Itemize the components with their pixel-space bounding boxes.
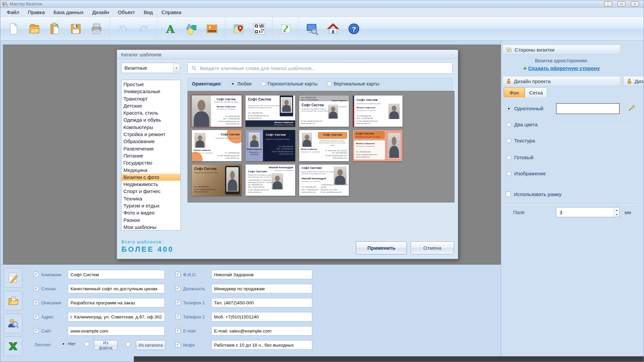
field-checkbox[interactable]: [175, 272, 180, 277]
close-button[interactable]: [631, 1, 639, 6]
logo-from-file-radio[interactable]: [85, 342, 89, 347]
edit-data-button[interactable]: [4, 268, 22, 288]
add-text-button[interactable]: A: [160, 18, 181, 39]
background-option-5[interactable]: Изображение: [506, 171, 546, 176]
template-card[interactable]: Николай Александров Менеджер по продажам…: [246, 165, 295, 196]
orientation-option[interactable]: Любая: [230, 81, 252, 86]
field-input-Телефон 2[interactable]: [211, 312, 312, 321]
category-item[interactable]: Фото и видео: [121, 209, 180, 216]
logo-from-catalog-button[interactable]: Из каталога: [136, 340, 165, 350]
category-item[interactable]: Красота, стиль: [121, 109, 180, 116]
category-item[interactable]: Спорт и фитнес: [121, 188, 180, 195]
add-qr-code-button[interactable]: [249, 18, 270, 39]
field-input-Компания[interactable]: [68, 270, 165, 279]
orientation-option[interactable]: Горизонтальные карты: [261, 81, 318, 86]
new-document-button[interactable]: [3, 18, 24, 39]
tab-background[interactable]: Фон: [504, 87, 525, 98]
add-shape-button[interactable]: [181, 18, 202, 39]
logo-from-catalog-radio[interactable]: [126, 342, 130, 347]
category-item[interactable]: Транспорт: [121, 95, 180, 102]
template-card[interactable]: Софт Систем Разработка программ на заказ…: [192, 130, 241, 161]
cancel-button[interactable]: Отмена: [411, 241, 454, 254]
menu-item-Файл[interactable]: Файл: [2, 8, 23, 16]
create-back-side-link[interactable]: Создать оборотную сторону: [528, 65, 600, 71]
template-card[interactable]: Михаил Сафронов Менеджер по продажам Соф…: [246, 130, 295, 161]
field-checkbox[interactable]: [175, 300, 180, 305]
logo-none-option[interactable]: Нет: [61, 341, 75, 346]
menu-item-База данных[interactable]: База данных: [49, 8, 88, 16]
category-item[interactable]: Мои шаблоны: [121, 224, 180, 231]
category-item[interactable]: Простые: [121, 81, 180, 88]
field-input-E-mail[interactable]: [211, 326, 312, 336]
menu-item-Дизайн[interactable]: Дизайн: [88, 8, 113, 16]
template-card[interactable]: Софт Систем Качественный софт по доступн…: [246, 96, 295, 127]
field-input-Описание[interactable]: [68, 298, 165, 307]
spinner-up-button[interactable]: ▲: [614, 207, 620, 212]
field-checkbox[interactable]: [34, 300, 39, 305]
field-input-Должность[interactable]: [211, 284, 312, 293]
field-checkbox[interactable]: [175, 314, 180, 319]
background-option-2[interactable]: Два цвета: [506, 122, 538, 127]
category-item[interactable]: Визитки с фото: [121, 174, 180, 181]
print-button[interactable]: [86, 18, 107, 39]
use-frame-option[interactable]: Использовать рамку: [506, 191, 561, 197]
field-checkbox[interactable]: [34, 286, 39, 291]
category-item[interactable]: Медицина: [121, 167, 180, 174]
template-type-dropdown[interactable]: Визитные ▾: [121, 63, 181, 73]
category-item[interactable]: Недвижимость: [121, 181, 180, 188]
open-folder-button[interactable]: [24, 18, 45, 39]
save-button[interactable]: [65, 18, 86, 39]
catalog-button[interactable]: [4, 291, 22, 310]
category-item[interactable]: Образование: [121, 138, 180, 145]
spinner-down-button[interactable]: ▼: [614, 212, 620, 217]
apply-button[interactable]: Применить: [356, 241, 407, 254]
template-card[interactable]: Софт Системс Качественный софт по доступ…: [299, 165, 349, 196]
field-checkbox[interactable]: [175, 342, 180, 347]
category-item[interactable]: Туризм и отдых: [121, 202, 180, 209]
background-color-swatch[interactable]: [556, 103, 620, 114]
field-input-Слоган[interactable]: [68, 284, 165, 293]
category-item[interactable]: Детские: [121, 102, 180, 109]
search-input[interactable]: [199, 65, 452, 71]
template-card[interactable]: Софт Систем Разработка программ на заказ…: [353, 130, 402, 161]
background-option-4[interactable]: Готовый: [506, 155, 533, 160]
field-checkbox[interactable]: [34, 314, 39, 319]
eyedropper-button[interactable]: [628, 104, 635, 112]
template-card[interactable]: Михаил Сафронов Менеджер по продажам Соф…: [299, 130, 349, 161]
template-card[interactable]: Софт Систем Разработка программ на заказ…: [353, 96, 402, 127]
find-person-button[interactable]: [4, 314, 22, 333]
category-item[interactable]: Компьютеры: [121, 124, 180, 131]
category-item[interactable]: Одежда и обувь: [121, 116, 180, 123]
orientation-option[interactable]: Вертикальные карты: [327, 81, 379, 86]
field-input-Ф.И.О.[interactable]: [211, 270, 312, 279]
category-item[interactable]: Развлечения: [121, 145, 180, 152]
background-option-3[interactable]: Текстура: [506, 138, 535, 143]
undo-button[interactable]: [113, 18, 133, 39]
add-image-button[interactable]: [202, 18, 222, 39]
field-input-Сайт[interactable]: [68, 326, 165, 336]
menu-item-Правка[interactable]: Правка: [23, 8, 49, 16]
template-card[interactable]: Софт Систем Разработка программ на заказ…: [192, 165, 241, 196]
category-item[interactable]: Универсальные: [121, 88, 180, 95]
template-card[interactable]: Софт СистемРазработка программ на заказ …: [192, 96, 241, 127]
category-item[interactable]: Разное: [121, 217, 180, 224]
help-button[interactable]: ?: [343, 18, 364, 39]
category-item[interactable]: Государство: [121, 159, 180, 166]
menu-item-Вид[interactable]: Вид: [139, 8, 157, 16]
tab-grid[interactable]: Сетка: [525, 87, 547, 98]
add-map-button[interactable]: [228, 18, 249, 39]
preview-button[interactable]: [302, 18, 323, 39]
field-checkbox[interactable]: [175, 286, 180, 291]
minimize-button[interactable]: [604, 1, 612, 6]
transform-button[interactable]: [275, 18, 296, 39]
category-item[interactable]: Питание: [121, 152, 180, 159]
field-input-Инфо[interactable]: [211, 340, 312, 350]
menu-item-Справка[interactable]: Справка: [157, 8, 186, 16]
redo-button[interactable]: [133, 18, 154, 39]
field-input-Адрес[interactable]: [68, 312, 165, 321]
menu-item-Объект[interactable]: Объект: [113, 8, 139, 16]
export-excel-button[interactable]: [4, 337, 22, 356]
paste-button[interactable]: [45, 18, 65, 39]
logo-from-file-button[interactable]: Из файла: [94, 340, 117, 350]
field-checkbox[interactable]: [34, 272, 39, 277]
